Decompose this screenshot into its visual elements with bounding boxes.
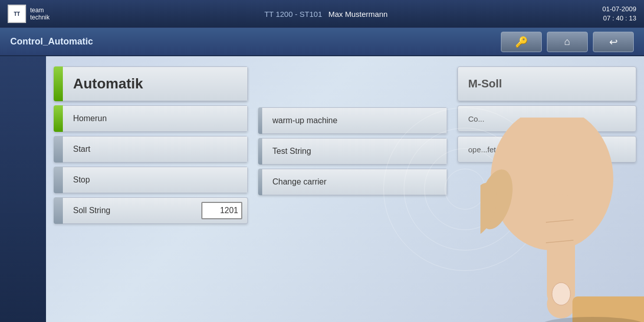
test-string-button[interactable]: Test String bbox=[258, 138, 447, 165]
right-btn-2[interactable]: ope...fet bbox=[457, 136, 636, 163]
back-button[interactable]: ↩ bbox=[593, 32, 634, 52]
test-string-label[interactable]: Test String bbox=[262, 138, 447, 165]
navbar: Control_Automatic 🔑 ⌂ ↩ bbox=[0, 28, 644, 56]
warmup-bar bbox=[258, 107, 262, 134]
automatik-indicator bbox=[54, 66, 63, 101]
msoll-button[interactable]: M-Soll bbox=[457, 66, 636, 101]
logo-text: team technik bbox=[30, 7, 50, 21]
home-button[interactable]: ⌂ bbox=[547, 32, 588, 52]
soll-string-label: Soll String bbox=[73, 206, 110, 215]
left-strip bbox=[0, 56, 46, 322]
automatik-button[interactable]: Automatik bbox=[54, 66, 248, 101]
warmup-label[interactable]: warm-up machine bbox=[262, 107, 447, 134]
header-center: TT 1200 - ST101 Max Mustermann bbox=[264, 10, 387, 18]
station-label: TT 1200 - ST101 bbox=[264, 10, 322, 18]
header-datetime: 01-07-2009 07 : 40 : 13 bbox=[602, 5, 636, 23]
change-carrier-button[interactable]: Change carrier bbox=[258, 169, 447, 195]
time-label: 07 : 40 : 13 bbox=[602, 14, 636, 23]
warmup-button[interactable]: warm-up machine bbox=[258, 107, 447, 134]
homerun-label[interactable]: Homerun bbox=[63, 105, 248, 132]
start-indicator bbox=[54, 136, 63, 163]
soll-label-area: Soll String bbox=[63, 197, 248, 224]
date-label: 01-07-2009 bbox=[602, 5, 636, 14]
change-carrier-bar bbox=[258, 169, 262, 195]
test-bar bbox=[258, 138, 262, 165]
right-btn-1-label: Co... bbox=[468, 114, 485, 123]
logo-icon: TT bbox=[8, 5, 26, 23]
right-btn-1[interactable]: Co... bbox=[457, 105, 636, 132]
main-content: Automatik Homerun Start Stop Soll bbox=[0, 56, 644, 322]
right-btn-2-label: ope...fet bbox=[468, 145, 496, 154]
soll-indicator bbox=[54, 197, 63, 224]
soll-string-row: Soll String bbox=[54, 197, 248, 224]
start-button[interactable]: Start bbox=[54, 136, 248, 163]
msoll-label: M-Soll bbox=[468, 77, 502, 90]
automatik-label[interactable]: Automatik bbox=[63, 66, 248, 101]
start-label[interactable]: Start bbox=[63, 136, 248, 163]
soll-string-input[interactable] bbox=[201, 202, 242, 219]
key-button[interactable]: 🔑 bbox=[501, 32, 542, 52]
stop-label[interactable]: Stop bbox=[63, 167, 248, 193]
right-column: M-Soll Co... ope...fet bbox=[457, 66, 636, 312]
header: TT team technik TT 1200 - ST101 Max Must… bbox=[0, 0, 644, 28]
middle-column: warm-up machine Test String Change carri… bbox=[258, 66, 447, 312]
content-area: Automatik Homerun Start Stop Soll bbox=[46, 56, 644, 322]
homerun-button[interactable]: Homerun bbox=[54, 105, 248, 132]
page-title: Control_Automatic bbox=[10, 36, 496, 47]
stop-button[interactable]: Stop bbox=[54, 167, 248, 193]
left-column: Automatik Homerun Start Stop Soll bbox=[54, 66, 248, 312]
logo: TT team technik bbox=[8, 5, 50, 23]
change-carrier-label[interactable]: Change carrier bbox=[262, 169, 447, 195]
homerun-indicator bbox=[54, 105, 63, 132]
stop-indicator bbox=[54, 167, 63, 193]
user-label: Max Mustermann bbox=[328, 10, 387, 18]
